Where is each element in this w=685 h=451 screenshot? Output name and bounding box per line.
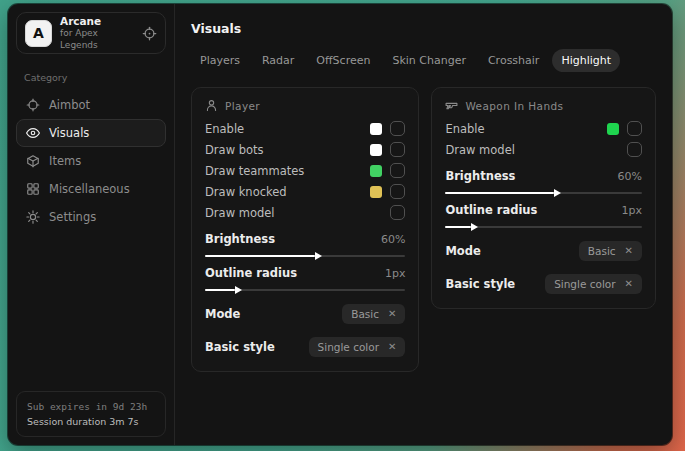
tab-bar: Players Radar OffScreen Skin Changer Cro… — [191, 49, 656, 72]
draw-knocked-checkbox[interactable] — [390, 184, 405, 199]
sidebar-item-label: Items — [49, 154, 81, 168]
tab-skin-changer[interactable]: Skin Changer — [383, 49, 475, 72]
category-label: Category — [24, 72, 158, 83]
toggle-row-draw-model: Draw model — [445, 139, 642, 160]
mode-select[interactable]: Basic ✕ — [579, 241, 642, 261]
crosshair-icon — [26, 98, 40, 112]
sidebar-item-aimbot[interactable]: Aimbot — [16, 91, 166, 119]
brightness-value: 60% — [618, 170, 642, 183]
sidebar-item-items[interactable]: Items — [16, 147, 166, 175]
outline-radius-slider-group: Outline radius 1px — [205, 266, 405, 291]
close-icon[interactable]: ✕ — [625, 246, 633, 256]
subscription-info-card: Sub expires in 9d 23h Session duration 3… — [16, 391, 166, 437]
tab-crosshair[interactable]: Crosshair — [479, 49, 548, 72]
cube-icon — [26, 154, 40, 168]
outline-radius-value: 1px — [385, 267, 406, 280]
brightness-slider[interactable] — [445, 192, 642, 194]
grid-icon — [26, 182, 40, 196]
color-swatch[interactable] — [370, 123, 382, 135]
weapon-in-hands-panel: Weapon In Hands Enable Draw model — [431, 87, 656, 309]
tab-highlight[interactable]: Highlight — [552, 49, 620, 72]
tab-offscreen[interactable]: OffScreen — [307, 49, 379, 72]
basic-style-select[interactable]: Single color ✕ — [545, 274, 642, 294]
color-swatch[interactable] — [607, 123, 619, 135]
app-window: A Arcane for Apex Legends Category — [8, 4, 672, 445]
sidebar-item-visuals[interactable]: Visuals — [16, 119, 166, 147]
color-swatch[interactable] — [370, 165, 382, 177]
brightness-slider-group: Brightness 60% — [445, 169, 642, 194]
brightness-value: 60% — [381, 233, 405, 246]
outline-radius-slider[interactable] — [445, 226, 642, 228]
close-icon[interactable]: ✕ — [388, 309, 396, 319]
person-icon — [205, 99, 218, 112]
mode-select-row: Mode Basic ✕ — [445, 241, 642, 261]
tab-radar[interactable]: Radar — [253, 49, 303, 72]
basic-style-select-row: Basic style Single color ✕ — [445, 274, 642, 294]
mode-select[interactable]: Basic ✕ — [342, 304, 405, 324]
app-subtitle: for Apex Legends — [60, 28, 134, 51]
outline-radius-value: 1px — [622, 204, 643, 217]
enable-checkbox[interactable] — [390, 121, 405, 136]
toggle-row-enable: Enable — [205, 118, 405, 139]
slider-fill[interactable] — [205, 255, 315, 257]
mode-select-row: Mode Basic ✕ — [205, 304, 405, 324]
toggle-row-draw-model: Draw model — [205, 202, 405, 223]
panel-title: Player — [225, 100, 260, 112]
brightness-slider-group: Brightness 60% — [205, 232, 405, 257]
outline-radius-slider[interactable] — [205, 289, 405, 291]
app-name: Arcane — [60, 15, 134, 28]
main-content: Visuals Players Radar OffScreen Skin Cha… — [175, 4, 672, 445]
sidebar-item-settings[interactable]: Settings — [16, 203, 166, 231]
page-title: Visuals — [191, 21, 656, 36]
draw-model-checkbox[interactable] — [390, 205, 405, 220]
eye-icon — [26, 126, 40, 140]
player-panel: Player Enable Draw bots — [191, 87, 419, 372]
basic-style-select[interactable]: Single color ✕ — [309, 337, 406, 357]
slider-fill[interactable] — [445, 226, 471, 228]
brightness-slider[interactable] — [205, 255, 405, 257]
sub-expires-text: Sub expires in 9d 23h — [27, 399, 155, 414]
slider-fill[interactable] — [445, 192, 553, 194]
close-icon[interactable]: ✕ — [388, 342, 396, 352]
basic-style-select-row: Basic style Single color ✕ — [205, 337, 405, 357]
target-icon[interactable] — [142, 26, 157, 41]
draw-teammates-checkbox[interactable] — [390, 163, 405, 178]
sidebar-item-label: Visuals — [49, 126, 89, 140]
outline-radius-slider-group: Outline radius 1px — [445, 203, 642, 228]
color-swatch[interactable] — [370, 186, 382, 198]
gun-icon — [445, 99, 458, 112]
close-icon[interactable]: ✕ — [625, 279, 633, 289]
sidebar: A Arcane for Apex Legends Category — [8, 4, 175, 445]
sidebar-item-label: Miscellaneous — [49, 182, 130, 196]
draw-model-checkbox[interactable] — [627, 142, 642, 157]
app-header-card: A Arcane for Apex Legends — [16, 12, 166, 54]
sidebar-nav: Aimbot Visuals Items — [8, 91, 174, 231]
app-logo-letter: A — [33, 25, 44, 41]
panel-title: Weapon In Hands — [465, 100, 563, 112]
sidebar-item-label: Settings — [49, 210, 96, 224]
panels-row: Player Enable Draw bots — [191, 87, 656, 372]
toggle-row-enable: Enable — [445, 118, 642, 139]
slider-fill[interactable] — [205, 289, 235, 291]
session-duration-text: Session duration 3m 7s — [27, 414, 155, 429]
toggle-row-draw-knocked: Draw knocked — [205, 181, 405, 202]
tab-players[interactable]: Players — [191, 49, 249, 72]
draw-bots-checkbox[interactable] — [390, 142, 405, 157]
sidebar-item-miscellaneous[interactable]: Miscellaneous — [16, 175, 166, 203]
app-logo: A — [25, 20, 52, 47]
gear-icon — [26, 210, 40, 224]
color-swatch[interactable] — [370, 144, 382, 156]
toggle-row-draw-bots: Draw bots — [205, 139, 405, 160]
toggle-row-draw-teammates: Draw teammates — [205, 160, 405, 181]
sidebar-item-label: Aimbot — [49, 98, 90, 112]
enable-checkbox[interactable] — [627, 121, 642, 136]
